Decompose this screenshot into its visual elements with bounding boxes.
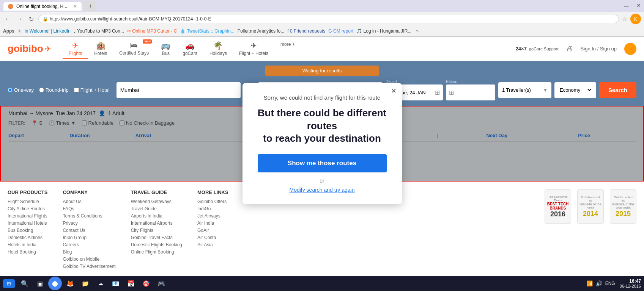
url-bar[interactable]: 🔒 https://www.goibibo.com/#flight-search…	[38, 15, 619, 23]
trip-type-oneway[interactable]: One-way	[8, 87, 34, 93]
list-item[interactable]: International Hotels	[8, 221, 47, 226]
new-tab-button[interactable]: +	[84, 1, 96, 11]
list-item[interactable]: IndiGo	[197, 206, 228, 211]
return-date-input[interactable]: ⊞	[446, 84, 495, 100]
list-item[interactable]: Bus Booking	[8, 228, 47, 233]
nav-item-bus[interactable]: 🚌 Bus	[155, 39, 176, 59]
maximize-button[interactable]: □	[631, 2, 634, 10]
list-item[interactable]: Hotel Booking	[8, 249, 47, 255]
list-item[interactable]: Air India	[197, 221, 228, 226]
bookmark-youtube-mp3[interactable]: ♩ YouTube to MP3 Con...	[74, 28, 124, 34]
printer-icon[interactable]: 🖨	[566, 45, 573, 53]
bookmark-linkedin[interactable]: in Welcome! | LinkedIn	[25, 28, 71, 34]
nav-item-holidays[interactable]: 🌴 Holidays	[203, 39, 233, 59]
taskbar-right: 📶 🔊 ENG 16:47 06-12-2016	[586, 278, 641, 288]
return-date-grid-icon[interactable]: ⊞	[449, 89, 454, 96]
list-item[interactable]: Goibibo on Mobile	[63, 257, 115, 262]
user-avatar[interactable]	[624, 43, 636, 55]
modal-close-button[interactable]: ✕	[391, 87, 397, 95]
list-item[interactable]: Terms & Conditions	[63, 213, 115, 219]
taskbar-firefox-icon[interactable]: 🦊	[63, 277, 77, 290]
list-item[interactable]: Online Flight Booking	[131, 249, 182, 255]
apps-bookmark[interactable]: Apps	[3, 28, 14, 34]
list-item[interactable]: Domestic Airlines	[8, 235, 47, 240]
from-input[interactable]	[120, 87, 237, 93]
list-item[interactable]: Hotels in India	[8, 242, 47, 247]
depart-date-grid-icon[interactable]: ⊞	[435, 89, 440, 96]
list-item[interactable]: Air Costa	[197, 235, 228, 240]
list-item[interactable]: Travel Guide	[131, 206, 182, 211]
taskbar-onedrive-icon[interactable]: ☁	[94, 277, 107, 290]
nav-item-flight-hotels[interactable]: ✈ Flight + Hotels	[233, 39, 274, 59]
from-field[interactable]	[117, 82, 241, 98]
bookmark-mp3cutter[interactable]: ✂ Online MP3 Cutter - C	[127, 28, 177, 34]
minimize-button[interactable]: ─	[624, 2, 629, 10]
oneway-radio[interactable]	[8, 88, 13, 92]
taskbar-app2-icon[interactable]: 🎮	[154, 277, 168, 290]
list-item[interactable]: Careers	[63, 242, 115, 247]
list-item[interactable]: Flight Schedule	[8, 199, 47, 204]
search-button[interactable]: Search	[599, 82, 636, 98]
list-item[interactable]: Goibibo Offers	[197, 199, 228, 204]
list-item[interactable]: Blog	[63, 249, 115, 255]
user-account-icon[interactable]: K	[630, 14, 641, 24]
taskbar-chrome-icon[interactable]: ⬤	[48, 277, 62, 290]
list-item[interactable]: Goibibo TV Advertisement	[63, 264, 115, 269]
nav-item-certified-stays[interactable]: NEW 🛏 Certified Stays	[113, 39, 155, 59]
nav-item-more[interactable]: more +	[274, 39, 301, 59]
taskbar-mail-icon[interactable]: 📧	[109, 277, 123, 290]
class-dropdown[interactable]: Economy Business First Class	[554, 82, 596, 98]
list-item[interactable]: About Us	[63, 199, 115, 204]
list-item[interactable]: Ibibo Group	[63, 235, 115, 240]
reload-button[interactable]: ↻	[27, 15, 35, 23]
travellers-dropdown[interactable]: 1 Traveller(s) ▼	[498, 82, 551, 98]
clock-date: 06-12-2016	[620, 284, 641, 288]
gocare-support[interactable]: 24×7 goCare Support	[516, 46, 559, 52]
show-routes-button[interactable]: Show me those routes	[258, 154, 387, 172]
bookmark-star-icon[interactable]: ☆	[622, 16, 627, 23]
close-button[interactable]: ✕	[636, 2, 641, 10]
signin-button[interactable]: Sign In / Sign up	[581, 46, 617, 52]
taskbar-app1-icon[interactable]: 🎯	[139, 277, 153, 290]
taskbar-explorer-icon[interactable]: 📁	[79, 277, 92, 290]
class-select[interactable]: Economy Business First Class	[558, 87, 592, 93]
list-item[interactable]: Domestic Flights Booking	[131, 242, 182, 247]
return-date-field[interactable]: Return ⊞	[446, 80, 495, 100]
bookmark-google[interactable]: G CM report	[328, 28, 353, 34]
taskbar-task-view-icon[interactable]: ▣	[33, 277, 47, 290]
taskbar-calendar-icon[interactable]: 📅	[124, 277, 138, 290]
trip-type-flight-hotel[interactable]: Flight + Hotel	[74, 87, 110, 93]
list-item[interactable]: FAQs	[63, 206, 115, 211]
list-item[interactable]: Contact Us	[63, 228, 115, 233]
site-logo[interactable]: goibibo ✈	[8, 43, 51, 55]
bookmark-facebook[interactable]: f 0 Friend requests	[287, 28, 325, 34]
taskbar-search-icon[interactable]: 🔍	[18, 277, 31, 290]
bookmark-tweetstats[interactable]: 💧 TweetStats :: Graphin...	[180, 28, 235, 34]
list-item[interactable]: City Airline Routes	[8, 206, 47, 211]
nav-item-flights[interactable]: ✈ Flights	[63, 39, 88, 59]
bookmark-foller[interactable]: Foller.me Analytics fo...	[238, 28, 284, 34]
roundtrip-radio[interactable]	[39, 88, 44, 92]
back-button[interactable]: ←	[3, 15, 12, 23]
list-item[interactable]: Privacy	[63, 221, 115, 226]
list-item[interactable]: City Flights	[131, 228, 182, 233]
bookmark-hungama[interactable]: 🎵 Log in - Hungama JIR...	[356, 28, 411, 34]
depart-date-value[interactable]	[398, 90, 433, 95]
nav-item-hotels[interactable]: 🏨 Hotels	[88, 39, 113, 59]
list-item[interactable]: Air Asia	[197, 242, 228, 247]
list-item[interactable]: International Flights	[8, 213, 47, 219]
tab-close-icon[interactable]: ✕	[73, 4, 77, 9]
list-item[interactable]: Goibibo Travel Facts	[131, 235, 182, 240]
list-item[interactable]: Airports in India	[131, 213, 182, 219]
nav-item-gocars[interactable]: 🚗 goCars	[176, 39, 203, 59]
modify-search-link[interactable]: Modify search and try again	[290, 187, 355, 193]
start-button[interactable]: ⊞	[3, 279, 15, 288]
list-item[interactable]: Weekend Getaways	[131, 199, 182, 204]
forward-button[interactable]: →	[15, 15, 24, 23]
list-item[interactable]: International Airports	[131, 221, 182, 226]
trip-type-roundtrip[interactable]: Round-trip	[39, 87, 69, 93]
list-item[interactable]: GoAir	[197, 228, 228, 233]
list-item[interactable]: Jet Airways	[197, 213, 228, 219]
flight-hotel-checkbox[interactable]	[74, 88, 79, 92]
browser-tab[interactable]: Online flight booking, H... ✕	[3, 2, 82, 11]
